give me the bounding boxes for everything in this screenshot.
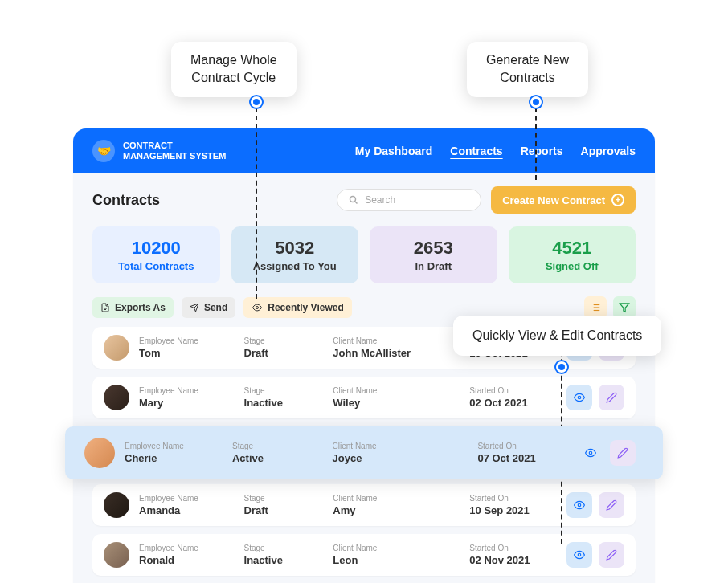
employee-name: Amanda: [139, 504, 235, 516]
stage-value: Draft: [244, 504, 324, 516]
svg-point-16: [578, 553, 581, 556]
col-label: Stage: [244, 544, 324, 552]
brand-logo-icon: 🤝: [92, 140, 115, 162]
stat-total-contracts[interactable]: 10200 Total Contracts: [92, 226, 220, 283]
view-button[interactable]: [566, 492, 592, 518]
callout-connector: [535, 108, 537, 180]
stat-assigned[interactable]: 5032 Assigned To You: [231, 226, 359, 283]
col-label: Started On: [477, 442, 568, 450]
avatar: [104, 492, 129, 518]
stat-value: 5032: [238, 238, 353, 259]
callout-dot: [556, 361, 567, 373]
svg-point-15: [578, 503, 581, 507]
stats-row: 10200 Total Contracts 5032 Assigned To Y…: [73, 220, 655, 296]
search-icon: [349, 195, 358, 205]
col-label: Client Name: [333, 386, 460, 395]
col-label: Client Name: [333, 494, 460, 503]
svg-marker-11: [620, 304, 629, 312]
avatar: [104, 335, 129, 361]
view-button[interactable]: [578, 440, 603, 466]
col-label: Employee Name: [125, 442, 223, 450]
stat-value: 10200: [99, 238, 214, 259]
avatar: [104, 385, 129, 410]
recently-viewed-button[interactable]: Recently Viewed: [243, 297, 352, 318]
client-name: Leon: [333, 554, 460, 566]
eye-icon: [584, 447, 597, 459]
table-row[interactable]: Employee NameRonald StageInactive Client…: [92, 534, 636, 576]
employee-name: Ronald: [139, 554, 235, 566]
client-name: John McAllister: [333, 347, 460, 359]
stat-label: Assigned To You: [238, 260, 353, 272]
stat-signed-off[interactable]: 4521 Signed Off: [509, 226, 636, 283]
table-row-highlighted[interactable]: Employee NameCherie StageActive Client N…: [65, 426, 663, 479]
employee-name: Cherie: [125, 452, 223, 464]
brand-line1: CONTRACT: [123, 141, 226, 151]
nav-reports[interactable]: Reports: [521, 145, 563, 157]
eye-icon: [573, 392, 586, 403]
plus-icon: +: [611, 194, 624, 206]
table-row[interactable]: Employee NameMary StageInactive Client N…: [92, 377, 636, 418]
callout-connector: [256, 108, 257, 299]
view-button[interactable]: [566, 385, 592, 410]
pencil-icon: [606, 392, 617, 403]
edit-button[interactable]: [599, 492, 624, 518]
col-label: Started On: [469, 494, 557, 503]
stat-value: 2653: [376, 238, 491, 259]
brand-name: CONTRACT MANAGEMENT SYSTEM: [123, 141, 226, 161]
create-contract-button[interactable]: Create New Contract +: [491, 186, 636, 214]
stage-value: Draft: [244, 347, 324, 359]
col-label: Employee Name: [139, 386, 235, 395]
svg-point-14: [589, 451, 592, 455]
avatar: [84, 438, 115, 468]
stat-in-draft[interactable]: 2653 In Draft: [370, 226, 497, 283]
table-row[interactable]: Employee NameAmanda StageDraft Client Na…: [92, 484, 636, 526]
send-button[interactable]: Send: [182, 297, 235, 318]
chip-label: Send: [204, 302, 227, 313]
chip-label: Recently Viewed: [268, 302, 344, 313]
eye-icon: [573, 499, 586, 511]
stat-label: Total Contracts: [99, 260, 214, 272]
send-icon: [190, 303, 199, 312]
col-label: Client Name: [333, 442, 468, 450]
employee-name: Tom: [139, 347, 235, 359]
page-title: Contracts: [92, 192, 160, 209]
search-input[interactable]: Search: [337, 189, 481, 211]
col-label: Client Name: [333, 336, 460, 345]
col-label: Client Name: [333, 544, 460, 552]
client-name: Joyce: [333, 452, 468, 464]
callout-dot: [251, 96, 262, 108]
nav-approvals[interactable]: Approvals: [581, 145, 636, 157]
nav-contracts[interactable]: Contracts: [450, 145, 502, 157]
col-label: Started On: [469, 386, 557, 395]
edit-button[interactable]: [599, 542, 624, 568]
col-label: Stage: [232, 442, 323, 450]
pencil-icon: [606, 499, 617, 511]
stage-value: Inactive: [244, 397, 324, 409]
nav-dashboard[interactable]: My Dashboard: [355, 145, 432, 157]
pencil-icon: [617, 447, 628, 459]
edit-button[interactable]: [599, 385, 624, 410]
started-date: 10 Sep 2021: [469, 504, 557, 516]
callout-manage-cycle: Manage WholeContract Cycle: [171, 42, 297, 97]
pencil-icon: [606, 549, 617, 561]
stat-value: 4521: [515, 238, 630, 259]
svg-point-4: [256, 307, 259, 309]
eye-icon: [252, 303, 263, 312]
list-icon: [590, 302, 601, 313]
main-nav: My Dashboard Contracts Reports Approvals: [355, 145, 636, 157]
stat-label: In Draft: [376, 260, 491, 272]
callout-quick-view: Quickly View & Edit Contracts: [453, 316, 661, 356]
app-header: 🤝 CONTRACT MANAGEMENT SYSTEM My Dashboar…: [73, 128, 655, 173]
client-name: Amy: [333, 504, 460, 516]
brand-line2: MANAGEMENT SYSTEM: [123, 151, 226, 161]
view-button[interactable]: [566, 542, 592, 568]
edit-button[interactable]: [610, 440, 636, 466]
started-date: 02 Oct 2021: [469, 397, 557, 409]
started-date: 02 Nov 2021: [469, 554, 557, 566]
exports-button[interactable]: Exports As: [92, 297, 174, 318]
col-label: Employee Name: [139, 336, 235, 345]
eye-icon: [573, 549, 586, 561]
col-label: Stage: [244, 386, 324, 395]
create-button-label: Create New Contract: [502, 194, 605, 206]
page-toolbar: Contracts Search Create New Contract +: [73, 173, 655, 220]
